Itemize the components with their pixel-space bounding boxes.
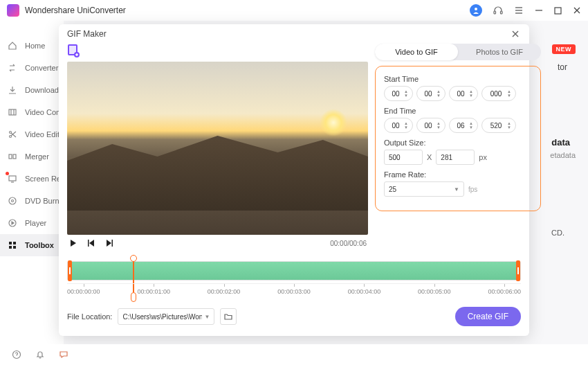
bg-text: CD. [551, 229, 564, 237]
sidebar-item-label: DVD Burner [25, 197, 64, 205]
output-x-label: X [427, 153, 432, 161]
file-location-select[interactable]: C:\Users\ws\Pictures\Wonders ▼ [118, 308, 214, 325]
next-frame-button[interactable] [104, 238, 114, 248]
prev-frame-button[interactable] [86, 238, 96, 248]
ruler-tick: 00:00:05:00 [418, 288, 451, 300]
sidebar-item-label: Merger [25, 152, 49, 161]
timeline-handle-right[interactable] [516, 260, 520, 281]
end-time-label: End Time [384, 107, 532, 115]
help-icon[interactable] [11, 349, 22, 360]
video-preview[interactable] [67, 62, 368, 235]
titlebar: Wondershare UniConverter [0, 0, 588, 21]
ruler-tick: 00:00:01:00 [137, 288, 170, 300]
dvd-icon [7, 195, 18, 206]
compress-icon [7, 107, 18, 118]
bell-icon[interactable] [35, 349, 46, 360]
sidebar-item-label: Downloader [25, 86, 64, 94]
start-seconds-stepper[interactable]: 00▲▼ [449, 86, 478, 101]
bg-text: etadata [550, 151, 576, 159]
output-height-input[interactable] [436, 150, 475, 165]
sidebar-item-label: Video Editor [25, 130, 64, 139]
settings-panel: Start Time 00▲▼ 00▲▼ 00▲▼ 000▲▼ End Time… [375, 66, 541, 211]
bg-text: tor [558, 62, 567, 72]
playback-time: 00:00/00:06 [330, 240, 367, 247]
ruler-tick: 00:00:03:00 [277, 288, 311, 300]
record-icon [7, 173, 18, 184]
open-folder-button[interactable] [220, 308, 237, 325]
sidebar-item-home[interactable]: Home [0, 35, 64, 57]
app-logo [7, 4, 19, 17]
play-button[interactable] [68, 238, 78, 248]
ruler-tick: 00:00:02:00 [208, 288, 241, 300]
svg-rect-13 [9, 154, 12, 159]
start-ms-stepper[interactable]: 000▲▼ [481, 86, 516, 101]
frame-rate-label: Frame Rate: [384, 170, 532, 179]
bottom-bar [0, 344, 588, 365]
create-gif-button[interactable]: Create GIF [455, 307, 521, 326]
sidebar-item-compressor[interactable]: Video Compressor [0, 101, 64, 123]
sidebar-item-label: Video Compressor [25, 108, 64, 116]
end-minutes-stepper[interactable]: 00▲▼ [416, 118, 445, 133]
svg-rect-28 [88, 240, 89, 247]
end-hours-stepper[interactable]: 00▲▼ [384, 118, 413, 133]
svg-rect-1 [494, 11, 496, 14]
maximize-icon[interactable] [554, 7, 562, 15]
start-minutes-stepper[interactable]: 00▲▼ [416, 86, 445, 101]
headset-icon[interactable] [493, 6, 503, 15]
timeline: 00:00:00:00 00:00:01:00 00:00:02:00 00:0… [67, 261, 521, 300]
sidebar-item-label: Converter [25, 64, 58, 72]
sidebar-item-toolbox[interactable]: Toolbox [0, 234, 64, 256]
close-icon[interactable] [510, 28, 521, 39]
modal-footer: File Location: C:\Users\ws\Pictures\Wond… [67, 307, 521, 326]
sidebar-item-recorder[interactable]: Screen Recorder [0, 168, 64, 190]
close-window-icon[interactable] [573, 6, 581, 15]
menu-icon[interactable] [514, 6, 524, 15]
end-ms-stepper[interactable]: 520▲▼ [481, 118, 516, 133]
sidebar: Home Converter Downloader Video Compress… [0, 21, 64, 344]
tab-photos-to-gif[interactable]: Photos to GIF [458, 44, 541, 60]
ruler-tick: 00:00:04:00 [348, 288, 381, 300]
modal-title: GIF Maker [67, 29, 510, 39]
svg-rect-2 [501, 11, 503, 14]
svg-rect-14 [13, 154, 16, 159]
timeline-handle-left[interactable] [68, 260, 72, 281]
app-title: Wondershare UniConverter [25, 6, 470, 15]
gif-maker-modal: GIF Maker 00:00/00:06 [59, 24, 529, 336]
timeline-ruler: 00:00:00:00 00:00:01:00 00:00:02:00 00:0… [67, 283, 521, 300]
frame-rate-select[interactable]: 25 ▼ [384, 181, 464, 197]
output-width-input[interactable] [384, 150, 423, 165]
svg-point-0 [475, 8, 477, 10]
sidebar-item-player[interactable]: Player [0, 212, 64, 234]
bg-text: data [551, 137, 570, 148]
add-media-icon[interactable] [67, 44, 80, 57]
sidebar-item-downloader[interactable]: Downloader [0, 79, 64, 101]
tab-video-to-gif[interactable]: Video to GIF [375, 44, 458, 60]
file-location-label: File Location: [67, 312, 112, 321]
sidebar-item-merger[interactable]: Merger [0, 145, 64, 168]
playback-controls: 00:00/00:06 [67, 235, 368, 251]
start-hours-stepper[interactable]: 00▲▼ [384, 86, 413, 101]
feedback-icon[interactable] [58, 349, 69, 360]
convert-icon [7, 62, 18, 73]
avatar-icon[interactable] [470, 4, 482, 17]
ruler-tick: 00:00:00:00 [67, 288, 100, 300]
modal-header: GIF Maker [59, 24, 529, 44]
output-px-label: px [479, 153, 487, 161]
grid-icon [7, 240, 18, 251]
end-seconds-stepper[interactable]: 06▲▼ [449, 118, 478, 133]
sidebar-item-converter[interactable]: Converter [0, 57, 64, 79]
sidebar-item-editor[interactable]: Video Editor [0, 123, 64, 145]
timeline-track[interactable] [67, 261, 521, 281]
merge-icon [7, 151, 18, 162]
sidebar-item-dvd[interactable]: DVD Burner [0, 190, 64, 212]
svg-rect-10 [9, 109, 16, 115]
svg-rect-15 [9, 176, 16, 181]
start-time-label: Start Time [384, 75, 532, 83]
home-icon [7, 40, 18, 51]
download-icon [7, 84, 18, 96]
svg-point-17 [12, 200, 14, 202]
tab-switch: Video to GIF Photos to GIF [375, 44, 541, 60]
output-size-label: Output Size: [384, 139, 532, 147]
sidebar-item-label: Toolbox [25, 241, 54, 249]
minimize-icon[interactable] [535, 6, 543, 15]
